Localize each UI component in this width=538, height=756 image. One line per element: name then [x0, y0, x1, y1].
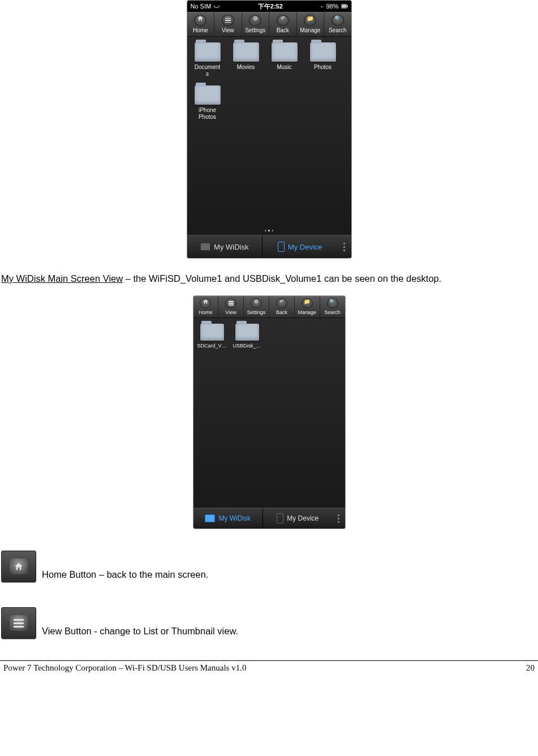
toolbar-home-button[interactable]: Home: [187, 12, 215, 36]
toolbar-label: Back: [277, 27, 289, 33]
toolbar-back-button[interactable]: ↶ Back: [269, 12, 297, 36]
top-toolbar-2: Home View ⚙Settings ↶Back 📁Manage 🔍Searc…: [193, 296, 345, 318]
svg-rect-1: [341, 5, 346, 7]
screenshot-my-device: No SIM 下午2:52 ⌁ 98% Home: [0, 0, 538, 259]
status-bar: No SIM 下午2:52 ⌁ 98%: [187, 1, 351, 12]
list-icon: [10, 615, 28, 631]
folder-icon: [195, 85, 221, 105]
folder-icon: [235, 324, 259, 341]
toolbar-label: View: [222, 27, 234, 33]
folder-sdcard-volume[interactable]: SDCard_V…: [196, 324, 229, 349]
disk-icon: [200, 243, 210, 251]
folder-label: SDCard_V…: [197, 343, 226, 349]
folder-icon: [310, 42, 336, 62]
toolbar-label: Home: [199, 310, 212, 315]
toolbar-home-button[interactable]: Home: [193, 297, 219, 317]
toolbar-label: Search: [324, 310, 341, 315]
page-footer: Power 7 Technology Corporation – Wi-Fi S…: [0, 660, 538, 673]
back-icon: ↶: [276, 298, 287, 308]
more-dots-icon: [342, 243, 347, 251]
toolbar-label: Settings: [245, 27, 265, 33]
folder-icon: [195, 42, 221, 62]
tab-my-widisk[interactable]: My WiDisk: [193, 508, 263, 529]
bottom-tab-bar-2: My WiDisk My Device: [193, 508, 345, 529]
folder-label: Document s: [195, 64, 221, 77]
folder-label: Movies: [237, 64, 255, 70]
toolbar-manage-button[interactable]: 📁Manage: [295, 297, 320, 317]
home-button-image: [1, 551, 36, 582]
phone-frame-1: No SIM 下午2:52 ⌁ 98% Home: [187, 0, 352, 259]
gear-icon: ⚙: [251, 298, 262, 308]
screenshot-my-widisk: Home View ⚙Settings ↶Back 📁Manage 🔍Searc…: [0, 284, 538, 529]
search-icon: 🔍: [327, 298, 338, 308]
folder-icon: [233, 42, 259, 62]
page-number: 20: [526, 663, 535, 673]
gear-icon: ⚙: [249, 15, 261, 26]
battery-text: 98%: [326, 3, 338, 10]
folder-photos[interactable]: Photos: [305, 42, 341, 78]
phone-frame-2: Home View ⚙Settings ↶Back 📁Manage 🔍Searc…: [193, 295, 346, 529]
tab-my-device[interactable]: My Device: [263, 508, 333, 529]
toolbar-view-button[interactable]: View: [214, 12, 242, 36]
folder-label: Music: [277, 64, 291, 70]
folder-label: Photos: [314, 64, 332, 70]
toolbar-manage-button[interactable]: 📁 Manage: [297, 12, 325, 36]
caption-underlined: My WiDisk Main Screen View: [1, 273, 123, 284]
device-icon: [278, 242, 285, 252]
home-icon: [200, 298, 211, 308]
view-button-description: View Button - change to List or Thumbnai…: [1, 607, 538, 639]
home-button-description: Home Button – back to the main screen.: [1, 551, 538, 582]
folder-iphone-photos[interactable]: iPhone Photos: [190, 85, 226, 121]
svg-rect-2: [347, 5, 348, 7]
tab-my-device[interactable]: My Device: [262, 235, 338, 258]
view-button-text: View Button - change to List or Thumbnai…: [42, 626, 238, 639]
toolbar-label: View: [226, 310, 236, 315]
toolbar-label: Home: [193, 27, 208, 33]
folder-music[interactable]: Music: [266, 42, 303, 78]
list-icon: [222, 15, 234, 26]
toolbar-label: Back: [276, 310, 287, 315]
top-toolbar-1: Home View ⚙ Settings ↶ Back: [187, 12, 351, 37]
overflow-menu-button[interactable]: [338, 235, 351, 258]
toolbar-settings-button[interactable]: ⚙Settings: [244, 297, 269, 317]
home-icon: [194, 15, 206, 26]
tab-label: My Device: [287, 514, 319, 522]
overflow-menu-button[interactable]: [333, 508, 345, 529]
toolbar-search-button[interactable]: 🔍 Search: [324, 12, 351, 36]
device-icon: [277, 513, 283, 523]
footer-left: Power 7 Technology Corporation – Wi-Fi S…: [3, 663, 246, 673]
back-icon: ↶: [277, 15, 289, 26]
toolbar-view-button[interactable]: View: [218, 297, 244, 317]
folder-open-icon: 📁: [304, 15, 316, 26]
folder-open-icon: 📁: [302, 298, 313, 308]
tab-label: My Device: [288, 243, 322, 251]
folder-grid-1: Document s Movies Music Photos iPhone Ph…: [187, 37, 351, 226]
wifi-icon: [213, 4, 220, 8]
page-indicator: • • •: [187, 226, 351, 235]
search-icon: 🔍: [332, 15, 344, 26]
folder-icon: [200, 324, 224, 341]
caption-rest: – the WiFiSD_Volume1 and USBDisk_Volume1…: [123, 273, 441, 284]
toolbar-label: Manage: [298, 310, 316, 315]
bluetooth-icon: ⌁: [320, 3, 324, 10]
folder-icon: [272, 42, 298, 62]
toolbar-label: Settings: [247, 310, 266, 315]
tab-my-widisk[interactable]: My WiDisk: [187, 235, 262, 258]
toolbar-back-button[interactable]: ↶Back: [269, 297, 295, 317]
folder-movies[interactable]: Movies: [228, 42, 264, 78]
carrier-text: No SIM: [191, 3, 212, 10]
toolbar-search-button[interactable]: 🔍Search: [320, 297, 345, 317]
toolbar-label: Search: [329, 27, 347, 33]
toolbar-settings-button[interactable]: ⚙ Settings: [242, 12, 270, 36]
folder-usbdisk-volume[interactable]: USBDisk_…: [231, 324, 264, 349]
disk-icon: [205, 514, 215, 522]
view-button-image: [1, 607, 36, 639]
home-icon: [10, 559, 28, 574]
bottom-tab-bar-1: My WiDisk My Device: [187, 235, 351, 258]
folder-label: iPhone Photos: [199, 107, 216, 120]
folder-grid-2: SDCard_V… USBDisk_…: [193, 318, 345, 508]
battery-icon: [341, 4, 348, 8]
more-dots-icon: [336, 514, 342, 523]
folder-documents[interactable]: Document s: [190, 42, 226, 78]
tab-label: My WiDisk: [218, 514, 251, 522]
